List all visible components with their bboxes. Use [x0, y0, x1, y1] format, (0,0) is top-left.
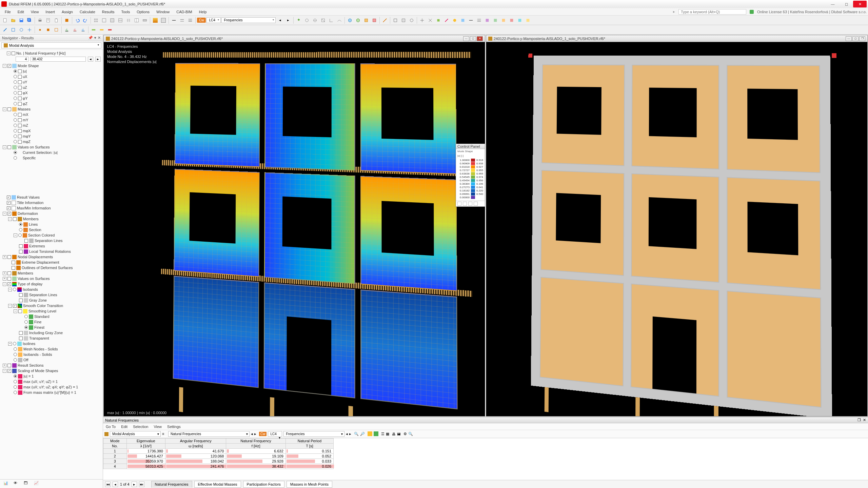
menu-help[interactable]: Help	[196, 9, 210, 15]
res-lc-badge[interactable]: Cw	[259, 432, 267, 436]
tool-b5[interactable]	[133, 17, 140, 24]
vp-tool-1[interactable]	[478, 50, 484, 56]
open-button[interactable]	[9, 17, 17, 24]
tool-b2[interactable]	[108, 17, 116, 24]
freq-number-combo[interactable]	[16, 57, 28, 62]
te3[interactable]	[408, 17, 415, 24]
control-panel-footer[interactable]	[456, 201, 485, 206]
tg5[interactable]	[451, 17, 458, 24]
menu-edit[interactable]: Edit	[14, 9, 27, 15]
res-next2[interactable]: ▸	[349, 432, 351, 436]
t2-1[interactable]	[1, 26, 9, 34]
t2-2[interactable]	[9, 26, 17, 34]
menu-insert[interactable]: Insert	[42, 9, 58, 15]
res-filter-icon[interactable]: ≡	[162, 432, 167, 436]
t2-9[interactable]	[71, 26, 79, 34]
res-combo-modal[interactable]: Modal Analysis	[110, 431, 161, 437]
tg13[interactable]	[516, 17, 524, 24]
lc-combo[interactable]: LC4	[206, 17, 221, 23]
view-cube4[interactable]	[371, 17, 378, 24]
res-tbtn-5[interactable]: ☰	[381, 432, 384, 436]
tg6[interactable]	[459, 17, 467, 24]
lc-badge[interactable]: Cw	[197, 18, 206, 23]
res-last[interactable]: ⏭	[139, 482, 144, 487]
tool-c2[interactable]	[178, 17, 186, 24]
res-tbtn-4[interactable]	[374, 431, 378, 437]
t2-5[interactable]	[36, 26, 44, 34]
dropdown-icon[interactable]: ▾	[94, 36, 96, 40]
res-menu-settings[interactable]: Settings	[167, 425, 181, 429]
save-button[interactable]	[18, 17, 25, 24]
viewport-right[interactable]: 240122-Portico-y-Mamposteria-AISLADO_1_s…	[486, 35, 868, 416]
nav-tab-eye-icon[interactable]: 👁	[14, 481, 20, 487]
tg8[interactable]	[475, 17, 483, 24]
res-menu-selection[interactable]: Selection	[133, 425, 148, 429]
td5[interactable]	[328, 17, 335, 24]
vp-min-button[interactable]: —	[463, 36, 469, 41]
minimize-button[interactable]: —	[826, 1, 840, 7]
view-cube3[interactable]	[362, 17, 370, 24]
viewport-left[interactable]: 240122-Portico-y-Mamposteria-AISLADO_1_s…	[103, 35, 485, 416]
print-button[interactable]	[36, 17, 44, 24]
freq-value-field[interactable]	[31, 57, 86, 62]
res-tbtn-2[interactable]: 🔎	[360, 432, 365, 436]
lc-type-combo[interactable]: Frequencies	[221, 17, 276, 23]
vp-rest-button[interactable]: ❐	[859, 36, 865, 41]
tool-c1[interactable]	[170, 17, 178, 24]
tg7[interactable]	[467, 17, 475, 24]
menu-tools[interactable]: Tools	[118, 9, 133, 15]
res-menu-goto[interactable]: Go To	[106, 425, 116, 429]
results-close-icon[interactable]: ✕	[863, 418, 866, 422]
res-tbtn-6[interactable]: ▦	[386, 432, 389, 436]
menu-cadbim[interactable]: CAD-BIM	[173, 9, 195, 15]
res-menu-edit[interactable]: Edit	[121, 425, 127, 429]
tool-c3[interactable]	[186, 17, 194, 24]
pin-icon[interactable]: 📌	[88, 36, 93, 40]
maximize-button[interactable]: ◻	[840, 1, 853, 7]
redo-button[interactable]	[82, 17, 89, 24]
menu-options[interactable]: Options	[133, 9, 153, 15]
td4[interactable]	[319, 17, 327, 24]
tg2[interactable]	[427, 17, 434, 24]
res-tab-mesh[interactable]: Masses in Mesh Points	[287, 481, 332, 488]
close-button[interactable]: ✕	[853, 1, 867, 7]
tg11[interactable]	[500, 17, 507, 24]
navigator-header[interactable]: Navigator - Results 📌 ▾ ✕	[0, 35, 103, 41]
nav-combo-modal[interactable]: Modal Analysis	[1, 42, 101, 48]
res-lc-type[interactable]: Frequencies	[283, 431, 344, 437]
td3[interactable]	[311, 17, 319, 24]
saveall-button[interactable]	[26, 17, 33, 24]
tg14[interactable]	[524, 17, 532, 24]
search-input[interactable]	[678, 9, 746, 15]
block-button[interactable]	[63, 17, 71, 24]
t2-8[interactable]	[63, 26, 71, 34]
tg12[interactable]	[508, 17, 515, 24]
res-combo-type[interactable]: Natural Frequencies	[168, 431, 250, 437]
results-max-icon[interactable]: ❐	[857, 418, 861, 422]
tool-b4[interactable]	[125, 17, 132, 24]
navigator-tree[interactable]: −No. | Natural Frequency f [Hz] ◂ ▸ −Mod…	[0, 50, 103, 479]
tool-b3[interactable]	[117, 17, 124, 24]
res-tbtn-1[interactable]: 🔍	[354, 432, 359, 436]
tg4[interactable]	[443, 17, 450, 24]
vp-tool-2[interactable]	[478, 57, 484, 63]
nav-tab-results-icon[interactable]: 📈	[34, 481, 40, 487]
meas-button[interactable]	[381, 17, 389, 24]
vp-max-button[interactable]: ◻	[852, 36, 859, 41]
control-panel[interactable]: Control Panel✕ Mode Shape |u| [-] 1.0000…	[456, 144, 485, 207]
t2-10[interactable]	[79, 26, 87, 34]
color2-button[interactable]	[160, 17, 167, 24]
menu-file[interactable]: File	[1, 9, 14, 15]
res-tab-part[interactable]: Participation Factors	[243, 481, 284, 488]
nav-tab-view-icon[interactable]: 🗔	[24, 481, 30, 487]
tg1[interactable]	[418, 17, 426, 24]
t2-3[interactable]	[18, 26, 25, 34]
report-button[interactable]	[44, 17, 52, 24]
res-tab-masses[interactable]: Effective Modal Masses	[194, 481, 241, 488]
menu-view[interactable]: View	[27, 9, 42, 15]
view-cube2[interactable]	[354, 17, 362, 24]
res-prev2[interactable]: ◂	[346, 432, 348, 436]
tg10[interactable]	[492, 17, 499, 24]
next-freq[interactable]: ▸	[95, 57, 101, 62]
tool-b1[interactable]	[100, 17, 108, 24]
